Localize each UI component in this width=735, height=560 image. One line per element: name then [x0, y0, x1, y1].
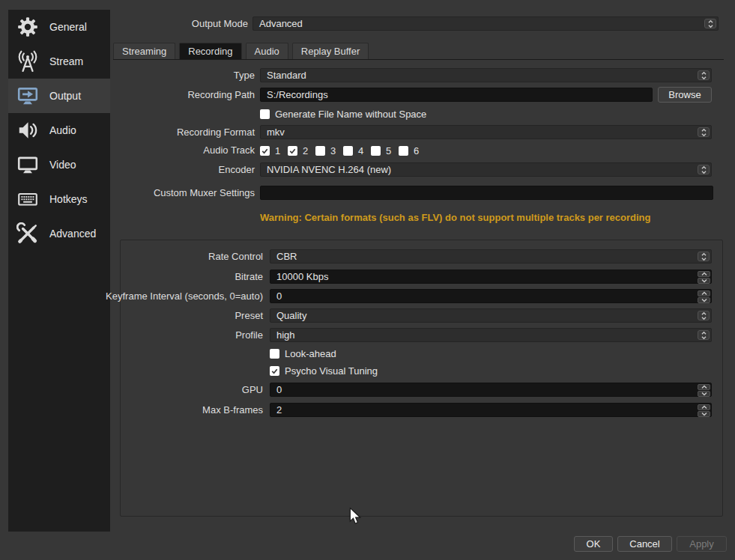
chevron-updown-icon	[704, 19, 716, 28]
audio-track-1-checkbox[interactable]: 1	[260, 145, 280, 156]
sidebar-label-video: Video	[49, 159, 76, 171]
broadcast-icon	[16, 49, 40, 73]
tab-replay-buffer-label: Replay Buffer	[301, 46, 360, 57]
tab-recording[interactable]: Recording	[179, 43, 241, 59]
psycho-visual-tuning-checkbox[interactable]: Psycho Visual Tuning	[270, 365, 378, 377]
custom-muxer-label: Custom Muxer Settings	[154, 186, 255, 200]
spin-up-icon[interactable]	[698, 404, 710, 410]
max-bframes-label: Max B-frames	[202, 403, 263, 417]
max-bframes-value: 2	[276, 404, 282, 416]
checkbox-box	[270, 349, 279, 359]
chevron-updown-icon	[698, 70, 710, 80]
audio-track-3-checkbox[interactable]: 3	[315, 145, 336, 156]
tab-underline	[113, 59, 724, 60]
spin-up-icon[interactable]	[698, 271, 710, 277]
spin-up-icon[interactable]	[698, 384, 710, 390]
audio-track-4-checkbox[interactable]: 4	[343, 145, 363, 156]
sidebar-item-general[interactable]: General	[8, 10, 110, 44]
look-ahead-checkbox[interactable]: Look-ahead	[270, 348, 336, 359]
spin-up-icon[interactable]	[698, 290, 710, 296]
spin-buttons	[698, 290, 710, 302]
profile-select[interactable]: high	[270, 328, 712, 342]
checkbox-box	[343, 146, 353, 156]
speaker-icon	[16, 118, 40, 142]
keyframe-interval-value: 0	[276, 290, 282, 302]
profile-label: Profile	[235, 328, 263, 342]
recording-format-label: Recording Format	[177, 125, 255, 139]
sidebar-label-output: Output	[49, 90, 81, 102]
keyboard-icon	[16, 187, 40, 211]
tab-replay-buffer[interactable]: Replay Buffer	[292, 43, 369, 59]
recording-path-input[interactable]: S:/Recordings	[260, 88, 653, 102]
ok-button[interactable]: OK	[574, 536, 613, 552]
audio-track-2-label: 2	[303, 145, 308, 156]
sidebar-item-advanced[interactable]: Advanced	[8, 216, 110, 251]
apply-button[interactable]: Apply	[677, 536, 727, 552]
settings-window: General Stream	[0, 0, 735, 560]
encoder-select[interactable]: NVIDIA NVENC H.264 (new)	[260, 162, 712, 177]
custom-muxer-input[interactable]	[260, 186, 713, 200]
gear-icon	[16, 15, 40, 39]
spin-down-icon[interactable]	[698, 411, 710, 417]
tools-icon	[16, 222, 40, 246]
psycho-visual-tuning-label: Psycho Visual Tuning	[285, 365, 378, 377]
browse-button[interactable]: Browse	[658, 87, 712, 103]
gpu-spinbox[interactable]: 0	[270, 383, 712, 397]
checkbox-box	[371, 146, 381, 156]
checkbox-box	[315, 146, 325, 156]
rate-control-select[interactable]: CBR	[270, 249, 712, 264]
sidebar-item-stream[interactable]: Stream	[8, 44, 110, 79]
encoder-value: NVIDIA NVENC H.264 (new)	[267, 163, 391, 176]
audio-track-5-label: 5	[386, 145, 391, 156]
tab-streaming[interactable]: Streaming	[113, 43, 175, 59]
sidebar-label-advanced: Advanced	[49, 228, 96, 240]
look-ahead-label: Look-ahead	[285, 348, 336, 359]
spin-down-icon[interactable]	[698, 278, 710, 284]
sidebar-item-video[interactable]: Video	[8, 147, 110, 182]
tab-streaming-label: Streaming	[122, 46, 166, 57]
sidebar-label-hotkeys: Hotkeys	[49, 193, 88, 205]
sidebar-item-hotkeys[interactable]: Hotkeys	[8, 182, 110, 216]
bitrate-spinbox[interactable]: 10000 Kbps	[270, 270, 712, 284]
output-monitor-icon	[16, 84, 40, 108]
keyframe-interval-spinbox[interactable]: 0	[270, 289, 712, 303]
gpu-value: 0	[276, 383, 282, 396]
generate-no-space-checkbox[interactable]: Generate File Name without Space	[260, 109, 426, 120]
format-warning-text: Warning: Certain formats (such as FLV) d…	[260, 212, 651, 223]
tab-audio-label: Audio	[255, 46, 279, 57]
monitor-icon	[16, 153, 40, 177]
preset-label: Preset	[235, 308, 263, 323]
output-tab-bar: Streaming Recording Audio Replay Buffer	[113, 43, 369, 59]
sidebar-item-output[interactable]: Output	[8, 79, 110, 113]
output-mode-select[interactable]: Advanced	[252, 16, 719, 31]
chevron-updown-icon	[698, 165, 710, 174]
audio-track-4-label: 4	[358, 145, 363, 156]
recording-format-select[interactable]: mkv	[260, 125, 712, 139]
type-select[interactable]: Standard	[260, 68, 712, 82]
output-mode-value: Advanced	[259, 17, 303, 30]
sidebar-item-audio[interactable]: Audio	[8, 113, 110, 147]
spin-buttons	[698, 271, 710, 283]
tab-audio[interactable]: Audio	[246, 43, 288, 59]
cancel-button[interactable]: Cancel	[617, 536, 672, 552]
audio-track-2-checkbox[interactable]: 2	[288, 145, 308, 156]
max-bframes-spinbox[interactable]: 2	[270, 403, 712, 417]
rate-control-value: CBR	[276, 250, 297, 263]
profile-value: high	[276, 329, 295, 341]
audio-track-label: Audio Track	[203, 143, 255, 157]
recording-path-value: S:/Recordings	[267, 88, 328, 101]
bitrate-value: 10000 Kbps	[276, 270, 328, 283]
audio-track-6-checkbox[interactable]: 6	[399, 145, 419, 156]
chevron-updown-icon	[698, 127, 710, 137]
spin-down-icon[interactable]	[698, 391, 710, 397]
preset-select[interactable]: Quality	[270, 308, 712, 323]
rate-control-label: Rate Control	[208, 249, 263, 264]
preset-value: Quality	[276, 309, 306, 322]
spin-buttons	[698, 384, 710, 396]
audio-track-5-checkbox[interactable]: 5	[371, 145, 391, 156]
spin-down-icon[interactable]	[698, 297, 710, 303]
checkbox-box	[260, 146, 270, 156]
sidebar-label-stream: Stream	[49, 55, 83, 67]
sidebar-label-audio: Audio	[49, 124, 76, 136]
type-label: Type	[234, 68, 255, 82]
